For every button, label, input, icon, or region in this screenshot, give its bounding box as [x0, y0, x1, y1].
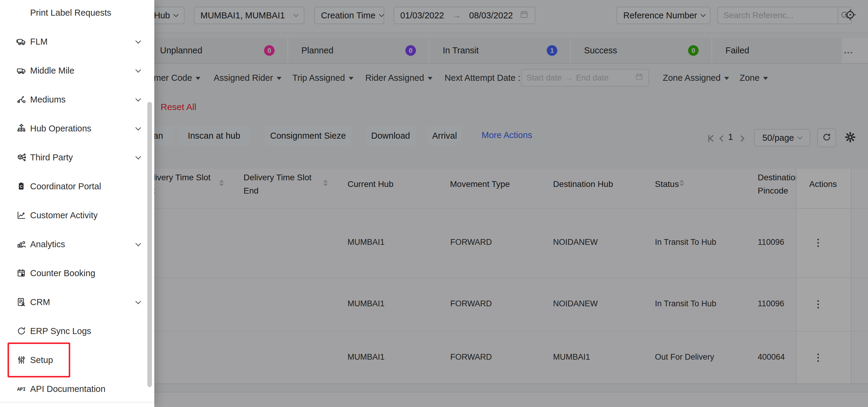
sidebar-item-flm[interactable]: FLM: [0, 27, 154, 56]
chevron-down-icon: [135, 125, 141, 130]
api-icon: API: [16, 383, 27, 395]
chevron-down-icon: [135, 154, 141, 159]
sidebar-item-label: Third Party: [30, 153, 73, 162]
sidebar-item-print-label-requests[interactable]: Print Label Requests: [0, 0, 154, 27]
crm-doc-icon: [16, 296, 27, 308]
sidebar-item-label: Counter Booking: [30, 268, 95, 278]
sidebar-item-analytics[interactable]: Analytics: [0, 230, 154, 259]
third-party-icon: [16, 152, 27, 163]
scooter-icon: [16, 94, 27, 105]
sidebar-item-api-documentation[interactable]: APIAPI Documentation: [0, 374, 154, 403]
line-chart-icon: [16, 210, 27, 221]
sidebar-item-label: CRM: [30, 297, 50, 307]
sidebar-item-coordinator-portal[interactable]: CCoordinator Portal: [0, 172, 154, 201]
sidebar-item-crm[interactable]: CRM: [0, 288, 154, 317]
sidebar-item-label: Middle Mile: [30, 66, 74, 76]
hub-network-icon: [16, 123, 27, 134]
chevron-down-icon: [135, 67, 141, 72]
sidebar-item-label: Customer Activity: [30, 211, 98, 220]
coordinator-clipboard-icon: C: [16, 181, 27, 192]
chevron-down-icon: [135, 96, 141, 101]
sliders-icon: [16, 354, 27, 366]
sidebar-item-middle-mile[interactable]: Middle Mile: [0, 56, 154, 85]
sync-icon: [16, 325, 27, 337]
van-icon: [16, 65, 27, 76]
sidebar-item-label: API Documentation: [30, 384, 105, 394]
sidebar-item-label: FLM: [30, 37, 48, 47]
sidebar-item-setup[interactable]: Setup: [0, 345, 154, 374]
sidebar-item-label: ERP Sync Logs: [30, 326, 91, 336]
sidebar-item-customer-activity[interactable]: Customer Activity: [0, 201, 154, 230]
chevron-down-icon: [135, 299, 141, 304]
sidebar-item-label: Print Label Requests: [30, 8, 111, 18]
sidebar-scrollbar[interactable]: [147, 102, 152, 387]
sidebar-item-counter-booking[interactable]: Counter Booking: [0, 259, 154, 288]
sidebar-item-label: Coordinator Portal: [30, 182, 101, 191]
app-root: g Hub MUMBAI1, MUMBAI1 Creation Time 01/…: [0, 0, 868, 407]
sidebar-item-label: Hub Operations: [30, 124, 91, 133]
svg-text:API: API: [17, 387, 26, 392]
sidebar-item-erp-sync-logs[interactable]: ERP Sync Logs: [0, 317, 154, 345]
svg-text:C: C: [20, 184, 23, 189]
sidebar-item-label: Setup: [30, 355, 53, 365]
analytics-bars-icon: [16, 239, 27, 250]
counter-booking-icon: [16, 268, 27, 279]
chevron-down-icon: [135, 38, 141, 43]
truck-icon: [16, 36, 27, 47]
sidebar-bottom-divider: [0, 402, 154, 403]
sidebar-item-hub-operations[interactable]: Hub Operations: [0, 114, 154, 143]
sidebar-item-label: Mediums: [30, 95, 66, 105]
sidebar-item-third-party[interactable]: Third Party: [0, 143, 154, 172]
chevron-down-icon: [135, 241, 141, 246]
sidebar-item-mediums[interactable]: Mediums: [0, 85, 154, 114]
sidebar-item-label: Analytics: [30, 239, 65, 249]
sidebar-drawer: Print Label RequestsFLMMiddle MileMedium…: [0, 0, 154, 407]
